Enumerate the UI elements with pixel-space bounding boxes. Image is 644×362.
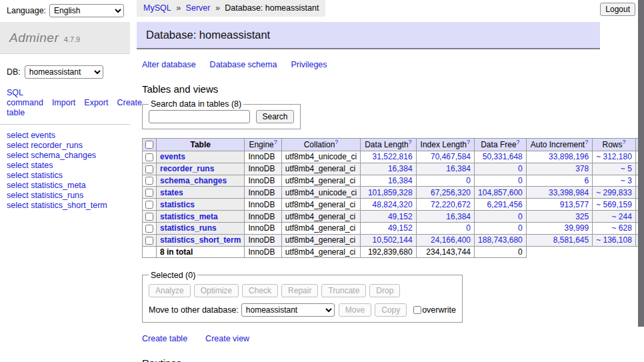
data-length-cell[interactable]: 10,502,144 [361,234,416,246]
table-name-link[interactable]: states [160,188,183,197]
data-length-cell[interactable]: 49,152 [361,222,416,234]
check-button[interactable]: Check [242,284,278,297]
row-checkbox[interactable] [145,153,153,161]
sidebar-table-link[interactable]: select states [7,161,123,171]
sidebar-table-link[interactable]: select schema_changes [7,151,123,161]
data-free-cell[interactable]: 50,331,648 [475,151,527,163]
move-database-select[interactable]: homeassistant [241,303,335,317]
rows-count-cell[interactable]: ~ 5 [593,163,636,175]
table-name-link[interactable]: statistics_short_term [160,235,241,245]
sidebar-table-link[interactable]: select statistics_short_term [7,201,123,211]
breadcrumb-link[interactable]: MySQL [143,3,171,13]
data-free-cell[interactable]: 6,291,456 [475,199,527,211]
auto-increment-cell[interactable]: 325 [526,211,592,223]
row-checkbox[interactable] [145,213,153,221]
repair-button[interactable]: Repair [281,284,318,297]
sidebar-action-link[interactable]: Export [84,98,108,107]
db-select[interactable]: homeassistant [25,65,103,79]
totals-row: 8 in totalInnoDButf8mb4_general_ci192,83… [143,246,644,257]
data-free-cell[interactable]: 0 [475,211,527,223]
index-length-cell[interactable]: 16,384 [416,163,474,175]
table-name-link[interactable]: statistics_meta [160,212,218,221]
row-checkbox[interactable] [145,225,153,233]
help-icon[interactable]: ? [467,139,470,145]
data-length-cell[interactable]: 16,384 [361,175,416,187]
rows-count-cell[interactable]: ~ 244 [593,211,636,223]
rows-count-cell[interactable]: ~ 569,159 [593,199,636,211]
language-select[interactable]: English [49,4,124,17]
copy-button[interactable]: Copy [375,303,407,317]
table-name-link[interactable]: events [160,152,185,161]
row-checkbox[interactable] [145,201,153,209]
search-button[interactable]: Search [256,110,293,123]
rows-count-cell[interactable]: ~ 136,108 [593,234,636,246]
index-length-cell[interactable]: 24,166,400 [416,234,474,246]
move-button[interactable]: Move [339,303,371,317]
sidebar-action-link[interactable]: Import [52,98,75,107]
help-icon[interactable]: ? [517,139,520,145]
row-checkbox[interactable] [145,177,153,185]
data-free-cell[interactable]: 0 [475,175,527,187]
row-checkbox[interactable] [145,237,153,245]
sidebar-action-link[interactable]: SQL command [7,88,43,107]
data-length-cell[interactable]: 31,522,816 [361,151,416,163]
drop-button[interactable]: Drop [369,284,400,297]
database-action-link[interactable]: Alter database [142,60,196,69]
index-length-cell[interactable]: 0 [416,175,474,187]
sidebar-table-link[interactable]: select statistics_meta [7,181,123,191]
help-icon[interactable]: ? [335,139,338,145]
search-input[interactable] [149,110,250,123]
data-length-cell[interactable]: 49,152 [361,211,416,223]
rows-count-cell[interactable]: ~ 299,833 [593,187,636,199]
analyze-button[interactable]: Analyze [149,284,191,297]
auto-increment-cell[interactable]: 33,898,196 [526,151,592,163]
help-icon[interactable]: ? [274,139,277,145]
auto-increment-cell[interactable]: 378 [526,163,592,175]
table-name-link[interactable]: schema_changes [160,176,227,185]
auto-increment-cell[interactable]: 913,577 [526,199,592,211]
auto-increment-cell[interactable]: 8,581,645 [526,234,592,246]
selected-buttons-row: AnalyzeOptimizeCheckRepairTruncateDrop [149,284,456,297]
row-checkbox[interactable] [145,165,153,173]
breadcrumb-link[interactable]: Server [186,3,211,13]
sidebar-table-link[interactable]: select recorder_runs [7,141,123,151]
help-icon[interactable]: ? [409,139,412,145]
sidebar-table-link[interactable]: select events [7,131,123,141]
index-length-cell[interactable]: 72,220,672 [416,199,474,211]
help-icon[interactable]: ? [623,139,626,145]
row-checkbox[interactable] [145,189,153,197]
table-name-link[interactable]: recorder_runs [160,164,214,173]
auto-increment-cell[interactable]: 6 [526,175,592,187]
data-length-cell[interactable]: 48,824,320 [361,199,416,211]
rows-count-cell[interactable]: ~ 628 [593,222,636,234]
truncate-button[interactable]: Truncate [321,284,366,297]
rows-count-cell[interactable]: ~ 312,180 [593,151,636,163]
table-name-link[interactable]: statistics [160,200,195,209]
scrollbar-thumb[interactable] [638,0,644,327]
auto-increment-cell[interactable]: 39,999 [526,222,592,234]
overwrite-option[interactable]: overwrite [413,305,456,315]
data-length-cell[interactable]: 101,859,328 [361,187,416,199]
select-all-checkbox[interactable] [145,141,153,149]
overwrite-checkbox[interactable] [413,306,421,314]
index-length-cell[interactable]: 0 [416,222,474,234]
data-free-cell[interactable]: 0 [475,222,527,234]
index-length-cell[interactable]: 70,467,584 [416,151,474,163]
auto-increment-cell[interactable]: 33,398,984 [526,187,592,199]
data-free-cell[interactable]: 188,743,680 [475,234,527,246]
optimize-button[interactable]: Optimize [194,284,239,297]
help-icon[interactable]: ? [585,139,588,145]
sidebar-table-link[interactable]: select statistics [7,171,123,181]
data-length-cell[interactable]: 16,384 [361,163,416,175]
rows-count-cell[interactable]: ~ 3 [593,175,636,187]
sidebar-table-link[interactable]: select statistics_runs [7,191,123,201]
table-name-link[interactable]: statistics_runs [160,223,217,233]
data-free-cell[interactable]: 104,857,600 [475,187,527,199]
create-link[interactable]: Create view [205,334,249,343]
index-length-cell[interactable]: 67,256,320 [416,187,474,199]
database-action-link[interactable]: Privileges [291,60,327,69]
database-action-link[interactable]: Database schema [210,60,277,69]
index-length-cell[interactable]: 16,384 [416,211,474,223]
create-link[interactable]: Create table [142,334,187,343]
data-free-cell[interactable]: 0 [475,163,527,175]
